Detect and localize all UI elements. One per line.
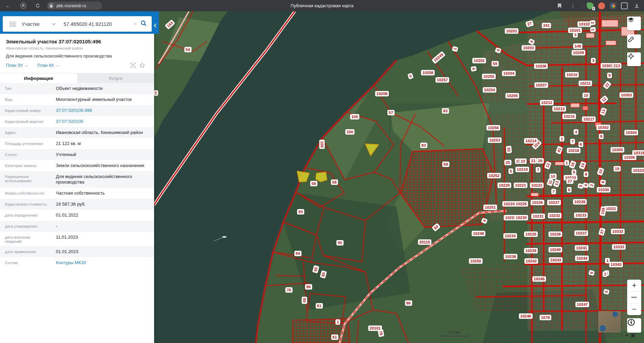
- url-bar[interactable]: pkk.rosreestr.ru: [47, 2, 102, 10]
- map-label[interactable]: 10219: [515, 167, 529, 172]
- map-label[interactable]: 1: [590, 27, 596, 32]
- measure-button[interactable]: [627, 34, 641, 48]
- map-label[interactable]: 76: [285, 287, 293, 293]
- zoom-out-button[interactable]: −: [627, 303, 641, 315]
- extension-shield-icon[interactable]: 1: [587, 2, 594, 9]
- map-label[interactable]: 4: [495, 47, 502, 53]
- search-button[interactable]: [139, 20, 152, 28]
- map-label[interactable]: 10102: [577, 21, 591, 27]
- map-label[interactable]: 100: [319, 139, 325, 149]
- map-label[interactable]: 10245: [532, 276, 546, 282]
- map[interactable]: 1635421001001005858939495958596768061161…: [154, 11, 644, 343]
- bookmark-icon[interactable]: [555, 1, 564, 10]
- map-label[interactable]: 10243: [549, 257, 563, 263]
- map-label[interactable]: 10256: [486, 125, 500, 131]
- map-label[interactable]: 10215: [562, 114, 576, 119]
- clear-search-button[interactable]: ×: [132, 21, 139, 27]
- map-label[interactable]: 10213: [552, 106, 566, 112]
- map-label[interactable]: 1: [560, 136, 564, 142]
- map-label[interactable]: 2: [590, 20, 595, 25]
- map-label[interactable]: 12: [544, 161, 552, 169]
- map-label[interactable]: 10244: [575, 256, 589, 261]
- map-label[interactable]: 10254: [483, 87, 496, 93]
- chevron-down-icon[interactable]: [52, 21, 56, 25]
- map-label[interactable]: 10330: [597, 187, 611, 193]
- yandex-browser-icon[interactable]: Я: [19, 1, 28, 10]
- map-label[interactable]: 10332: [611, 229, 625, 234]
- map-label[interactable]: 10233: [574, 212, 588, 218]
- map-label[interactable]: 10303: [620, 92, 633, 98]
- map-label[interactable]: 100: [350, 114, 359, 119]
- map-label[interactable]: 20: [537, 158, 544, 164]
- map-label[interactable]: 27: [598, 228, 606, 236]
- map-label[interactable]: 10: [597, 167, 604, 176]
- map-label[interactable]: 57: [388, 110, 395, 115]
- map-label[interactable]: 80: [302, 297, 307, 304]
- map-label[interactable]: 83: [442, 108, 449, 114]
- back-button[interactable]: ←: [3, 1, 12, 10]
- search-input[interactable]: [63, 21, 114, 27]
- map-label[interactable]: 10222: [530, 183, 544, 188]
- map-label[interactable]: 59: [492, 61, 499, 66]
- map-label[interactable]: 10207: [534, 82, 548, 88]
- map-label[interactable]: 10239: [524, 248, 538, 253]
- map-label[interactable]: 2: [588, 183, 595, 188]
- map-label[interactable]: 6: [567, 187, 572, 193]
- map-label[interactable]: 5: [603, 289, 610, 295]
- map-label[interactable]: 10306: [623, 155, 636, 160]
- map-label[interactable]: 10204: [502, 71, 516, 76]
- map-label[interactable]: 10202: [472, 58, 486, 63]
- map-label[interactable]: 95: [336, 240, 344, 246]
- favorite-star-icon[interactable]: [139, 62, 145, 68]
- map-label[interactable]: 10209: [572, 50, 585, 55]
- map-label[interactable]: 5: [509, 168, 513, 174]
- map-label[interactable]: 19: [614, 166, 621, 172]
- map-label[interactable]: 10203: [522, 45, 535, 51]
- map-label[interactable]: 15: [579, 161, 586, 169]
- map-label[interactable]: 10302: [596, 125, 610, 130]
- map-label[interactable]: 9: [607, 73, 612, 78]
- map-label[interactable]: 10343: [609, 262, 623, 267]
- map-label[interactable]: 10232: [548, 213, 562, 218]
- map-label[interactable]: 58: [331, 179, 338, 185]
- map-label[interactable]: 61: [331, 334, 339, 340]
- map-label[interactable]: 13: [600, 107, 607, 116]
- map-label[interactable]: 100: [345, 129, 354, 135]
- map-label[interactable]: 1078: [540, 315, 551, 320]
- map-label[interactable]: 10231: [531, 214, 545, 219]
- tab-information[interactable]: Информация: [0, 73, 77, 83]
- map-label[interactable]: 10242: [524, 258, 538, 264]
- map-label[interactable]: 3: [591, 58, 596, 63]
- zoom-in-button[interactable]: +: [627, 280, 641, 291]
- map-label[interactable]: 9: [600, 179, 606, 185]
- reload-button[interactable]: [33, 1, 42, 10]
- extension-mascot-icon[interactable]: [598, 2, 605, 9]
- map-label[interactable]: 10237: [574, 230, 588, 236]
- map-label[interactable]: 10236: [549, 231, 562, 237]
- map-label[interactable]: 22: [520, 158, 527, 164]
- map-label[interactable]: 10323: [632, 168, 644, 173]
- map-label[interactable]: 10230: [514, 215, 528, 220]
- map-label[interactable]: 10: [550, 174, 557, 179]
- map-label[interactable]: 10210: [565, 72, 579, 77]
- map-label[interactable]: 54: [184, 47, 192, 52]
- map-label[interactable]: 20115: [418, 239, 431, 245]
- map-label[interactable]: 10234: [503, 233, 517, 239]
- map-label[interactable]: 10248: [472, 231, 485, 236]
- map-label[interactable]: 58: [310, 181, 318, 186]
- map-label[interactable]: 10217: [582, 116, 596, 122]
- map-label[interactable]: 213: [612, 63, 621, 69]
- map-label[interactable]: 1: [335, 319, 340, 325]
- map-label[interactable]: 12: [600, 95, 608, 104]
- overview-inset-map[interactable]: [598, 311, 621, 333]
- map-label[interactable]: 85: [320, 270, 327, 279]
- map-label[interactable]: 95: [312, 265, 320, 273]
- map-label[interactable]: 84: [432, 223, 441, 232]
- map-label[interactable]: 1: [564, 160, 569, 166]
- zoom-to-parcel-icon[interactable]: [130, 62, 136, 68]
- map-label[interactable]: 96: [305, 284, 312, 290]
- map-label[interactable]: 10227: [547, 200, 561, 205]
- map-label[interactable]: 8: [584, 172, 588, 177]
- map-label[interactable]: 4: [528, 38, 535, 45]
- row-value-link[interactable]: Контуры МКЗУ: [48, 260, 87, 266]
